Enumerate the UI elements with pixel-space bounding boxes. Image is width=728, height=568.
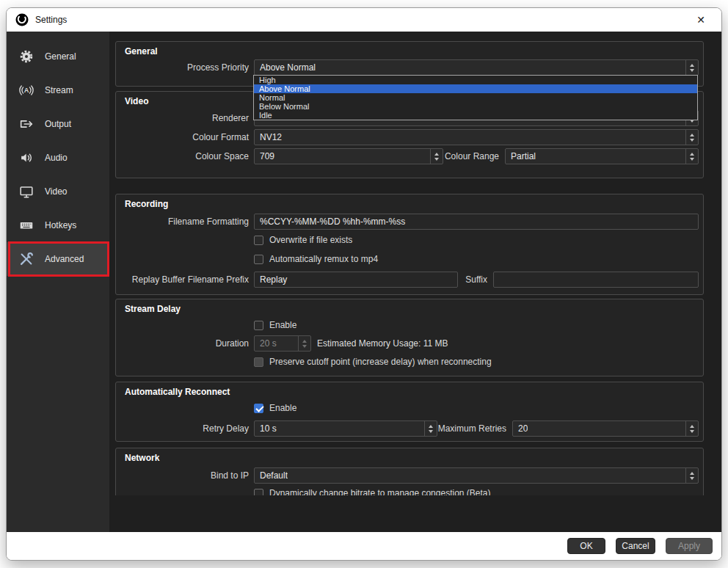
renderer-label: Renderer <box>116 110 249 126</box>
bind-to-ip-label: Bind to IP <box>116 467 249 484</box>
stream-delay-section: Stream Delay Enable Duration 20 s Estima… <box>115 299 704 376</box>
reconnect-enable-row: Enable <box>254 403 296 413</box>
colour-range-label: Colour Range <box>395 148 499 164</box>
overwrite-checkbox-row: Overwrite if file exists <box>254 235 352 245</box>
sidebar-item-general[interactable]: General <box>7 40 109 73</box>
checkbox-label: Overwrite if file exists <box>269 235 352 245</box>
dropdown-option-idle[interactable]: Idle <box>254 111 697 120</box>
settings-sidebar: General A Stream <box>7 32 109 532</box>
sidebar-item-advanced[interactable]: Advanced <box>7 242 109 276</box>
settings-scroll-area[interactable]: General Process Priority Above Normal Vi… <box>109 32 721 495</box>
checkbox-label: Dynamically change bitrate to manage con… <box>269 488 491 495</box>
retry-delay-label: Retry Delay <box>116 420 249 437</box>
sidebar-item-label: Hotkeys <box>45 220 76 230</box>
auto-reconnect-section: Automatically Reconnect Enable Retry Del… <box>115 382 704 442</box>
sidebar-item-stream[interactable]: A Stream <box>7 73 109 107</box>
replay-prefix-label: Replay Buffer Filename Prefix <box>116 272 249 288</box>
checkbox-label: Enable <box>269 320 296 330</box>
obs-logo-icon <box>15 13 29 26</box>
sidebar-item-hotkeys[interactable]: Hotkeys <box>7 208 109 242</box>
sidebar-item-label: Audio <box>45 153 68 163</box>
dropdown-option-high[interactable]: High <box>254 76 697 84</box>
settings-content: General Process Priority Above Normal Vi… <box>109 32 721 532</box>
remux-checkbox-row: Automatically remux to mp4 <box>254 254 378 264</box>
overwrite-checkbox[interactable] <box>254 236 263 245</box>
dialog-body: General A Stream <box>7 32 721 532</box>
monitor-icon <box>18 183 35 200</box>
sidebar-item-label: General <box>45 51 76 62</box>
colour-format-label: Colour Format <box>116 129 249 145</box>
dialog-footer: OK Cancel Apply <box>7 532 721 560</box>
network-section: Network Bind to IP Default Dynamically c… <box>115 448 704 495</box>
broadcast-icon: A <box>18 81 35 99</box>
chevron-updown-icon <box>685 130 698 145</box>
speaker-icon <box>18 149 35 167</box>
process-priority-label: Process Priority <box>116 59 249 76</box>
sidebar-item-label: Advanced <box>45 254 84 264</box>
colour-format-combo[interactable]: NV12 <box>254 129 699 145</box>
checkbox-label: Preserve cutoff point (increase delay) w… <box>269 357 492 367</box>
combo-value: NV12 <box>260 132 282 142</box>
preserve-cutoff-checkbox <box>254 357 263 367</box>
max-retries-spinner[interactable]: 20 <box>512 420 699 437</box>
dropdown-option-normal[interactable]: Normal <box>254 93 697 102</box>
colour-space-label: Colour Space <box>116 148 249 164</box>
combo-value: 709 <box>260 151 274 161</box>
duration-spinner: 20 s <box>254 335 311 352</box>
section-title: Network <box>125 453 159 463</box>
spinner-value: 20 s <box>260 338 277 349</box>
bind-to-ip-combo[interactable]: Default <box>254 467 699 484</box>
preserve-cutoff-row: Preserve cutoff point (increase delay) w… <box>254 357 492 367</box>
combo-value: Above Normal <box>260 62 316 73</box>
sidebar-item-audio[interactable]: Audio <box>7 141 109 175</box>
max-retries-label: Maximum Retries <box>395 420 506 437</box>
chevron-updown-icon <box>685 468 698 483</box>
dropdown-option-below-normal[interactable]: Below Normal <box>254 102 697 111</box>
process-priority-dropdown: High Above Normal Normal Below Normal Id… <box>253 75 698 120</box>
process-priority-combo[interactable]: Above Normal <box>254 59 699 76</box>
combo-value: Partial <box>511 151 536 161</box>
dynamic-bitrate-row: Dynamically change bitrate to manage con… <box>254 488 491 495</box>
sidebar-item-label: Stream <box>45 85 73 95</box>
spinner-value: 20 <box>518 423 528 434</box>
cancel-button[interactable]: Cancel <box>616 538 655 554</box>
filename-formatting-input[interactable] <box>254 214 699 230</box>
checkbox-label: Enable <box>269 403 296 413</box>
stream-delay-enable-row: Enable <box>254 320 296 330</box>
spinner-value: 10 s <box>260 423 277 434</box>
section-title: Video <box>125 96 148 106</box>
sidebar-item-video[interactable]: Video <box>7 175 109 208</box>
stream-delay-enable-checkbox[interactable] <box>254 321 263 330</box>
dynamic-bitrate-checkbox[interactable] <box>254 489 263 496</box>
section-title: Stream Delay <box>125 304 181 314</box>
close-icon[interactable]: ✕ <box>689 10 713 29</box>
section-title: Recording <box>125 199 168 209</box>
spinner-updown-icon[interactable] <box>685 421 698 436</box>
gear-icon <box>18 48 35 65</box>
memory-usage-text: Estimated Memory Usage: 11 MB <box>317 335 448 352</box>
titlebar[interactable]: Settings ✕ <box>7 8 721 32</box>
remux-checkbox[interactable] <box>254 255 263 264</box>
suffix-label: Suffix <box>424 272 487 288</box>
reconnect-enable-checkbox[interactable] <box>254 404 263 413</box>
ok-button[interactable]: OK <box>567 538 605 554</box>
output-arrow-icon <box>18 115 35 133</box>
tools-icon <box>18 250 35 268</box>
duration-label: Duration <box>116 335 249 352</box>
chevron-updown-icon <box>685 60 698 75</box>
svg-text:A: A <box>24 87 29 94</box>
sidebar-item-output[interactable]: Output <box>7 107 109 141</box>
recording-section: Recording Filename Formatting Overwrite … <box>115 194 704 295</box>
window-title: Settings <box>35 15 67 25</box>
filename-formatting-label: Filename Formatting <box>116 214 249 230</box>
section-title: General <box>125 46 158 57</box>
dropdown-option-above-normal[interactable]: Above Normal <box>254 84 697 93</box>
colour-range-combo[interactable]: Partial <box>505 148 699 164</box>
apply-button[interactable]: Apply <box>666 538 713 554</box>
suffix-input[interactable] <box>493 272 699 288</box>
combo-value: Default <box>260 470 288 481</box>
spinner-updown-icon <box>298 336 310 351</box>
chevron-updown-icon <box>685 149 698 164</box>
checkbox-label: Automatically remux to mp4 <box>269 254 378 264</box>
keyboard-icon <box>18 216 35 234</box>
